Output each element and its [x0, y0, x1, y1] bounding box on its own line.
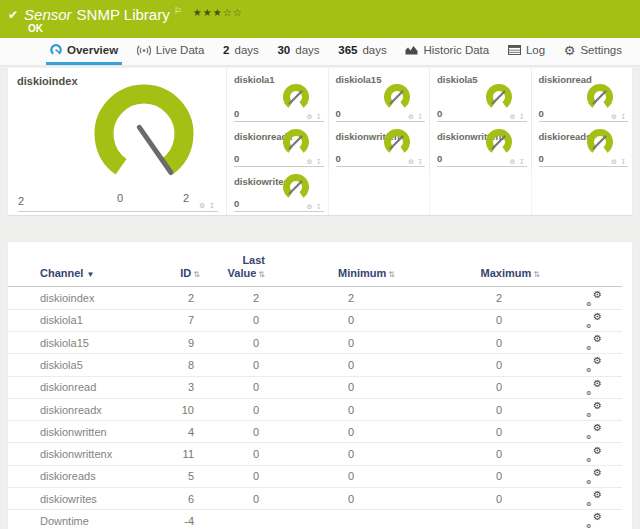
gear-icon: ⚙: [593, 378, 602, 389]
gauge-baseline: [336, 166, 426, 167]
column-header-last-value[interactable]: Last Value⇅: [200, 254, 265, 280]
edit-channel-button[interactable]: ⚙ ⚙: [586, 358, 602, 371]
sensor-header: ✔ Sensor SNMP Library ⚐ ★★★☆☆ OK: [0, 0, 640, 38]
gauge-title: diskiola5: [437, 74, 478, 85]
gauge-baseline: [539, 166, 629, 167]
empty-gauge-cell: [328, 170, 430, 215]
gauge-needle: [289, 182, 301, 194]
gauge-settings-icons[interactable]: ⚙ ↧: [611, 113, 627, 121]
channel-name: Downtime: [40, 515, 170, 527]
gear-icon: ⚙: [593, 445, 602, 456]
channel-id: 6: [170, 493, 200, 505]
tab-2-days[interactable]: 2 days: [219, 38, 263, 65]
table-row[interactable]: diskiowrites 6 0 0 0 ⚙ ⚙: [8, 488, 622, 510]
channel-minimum: 0: [265, 404, 360, 416]
channel-minimum: 0: [265, 493, 360, 505]
gauge-baseline: [234, 211, 324, 212]
gauge-current-value: 0: [336, 153, 341, 164]
mini-gauge-chart: [479, 84, 519, 114]
table-row[interactable]: diskionreadx 10 0 0 0 ⚙ ⚙: [8, 399, 622, 421]
edit-channel-button[interactable]: ⚙ ⚙: [586, 292, 602, 305]
edit-channel-button[interactable]: ⚙ ⚙: [586, 403, 602, 416]
channel-table-header: Channel▼ ID⇅ Last Value⇅ Minimum⇅ Maximu…: [8, 254, 622, 287]
channel-maximum: 0: [360, 493, 508, 505]
tab-settings[interactable]: ⚙ Settings: [560, 38, 626, 65]
channel-last-value: 2: [200, 292, 265, 304]
header-label: Maximum: [481, 267, 532, 279]
column-header-maximum[interactable]: Maximum⇅: [395, 267, 540, 280]
table-row[interactable]: diskionwritten 4 0 0 0 ⚙ ⚙: [8, 421, 622, 443]
table-row[interactable]: Downtime -4 ⚙ ⚙: [8, 510, 622, 529]
gauge-baseline: [437, 166, 527, 167]
mini-gauge-panel[interactable]: diskionwritten 0 ⚙ ↧: [328, 125, 430, 170]
column-header-id[interactable]: ID⇅: [170, 267, 200, 280]
tab-live-data[interactable]: Live Data: [133, 38, 209, 65]
mini-gauge-chart: [276, 84, 316, 114]
mini-gauge-panel[interactable]: diskionread 0 ⚙ ↧: [531, 68, 633, 125]
gauge-settings-icons[interactable]: ⚙ ↧: [306, 203, 322, 211]
table-row[interactable]: diskioreads 5 0 0 0 ⚙ ⚙: [8, 466, 622, 488]
gauge-current-value: 0: [336, 108, 341, 119]
gauge-needle: [391, 92, 403, 104]
empty-gauge-cell: [531, 170, 633, 215]
channel-minimum: 0: [265, 337, 360, 349]
mini-gauge-panel[interactable]: diskiola1 0 ⚙ ↧: [226, 68, 328, 125]
edit-channel-button[interactable]: ⚙ ⚙: [586, 470, 602, 483]
edit-channel-button[interactable]: ⚙ ⚙: [586, 336, 602, 349]
gauge-settings-icons[interactable]: ⚙ ↧: [306, 158, 322, 166]
channel-id: -4: [170, 515, 200, 527]
gauge-needle: [289, 137, 301, 149]
tab-historic-data[interactable]: Historic Data: [401, 38, 493, 65]
gauge-title: diskioindex: [17, 75, 78, 87]
tab-log[interactable]: Log: [504, 38, 549, 65]
tab-30-days[interactable]: 30 days: [273, 38, 323, 65]
channel-last-value: 0: [200, 314, 265, 326]
gauge-settings-icons[interactable]: ⚙ ↧: [509, 113, 525, 121]
gear-icon: ⚙: [593, 489, 602, 500]
gauge-settings-icons[interactable]: ⚙ ↧: [408, 113, 424, 121]
edit-channel-button[interactable]: ⚙ ⚙: [586, 314, 602, 327]
gauge-baseline: [234, 121, 324, 122]
mini-gauge-panel[interactable]: diskionwrittenx 0 ⚙ ↧: [429, 125, 531, 170]
gear-icon: ⚙: [593, 333, 602, 344]
gauge-current-value: 0: [539, 153, 544, 164]
column-header-channel[interactable]: Channel▼: [40, 267, 170, 280]
gauge-settings-icons[interactable]: ⚙ ↧: [611, 158, 627, 166]
gauge-settings-icons[interactable]: ⚙ ↧: [199, 202, 216, 210]
mini-gauge-chart: [377, 84, 417, 114]
gauge-panel-diskioindex[interactable]: diskioindex 0 2 2 ⚙ ↧: [8, 68, 226, 215]
table-row[interactable]: diskiola5 8 0 0 0 ⚙ ⚙: [8, 354, 622, 376]
mini-gauge-panel[interactable]: diskiola5 0 ⚙ ↧: [429, 68, 531, 125]
priority-stars[interactable]: ★★★☆☆: [193, 7, 243, 18]
tab-365-days[interactable]: 365 days: [334, 38, 390, 65]
mini-gauge-panel[interactable]: diskiowrites 0 ⚙ ↧: [226, 170, 328, 215]
gauge-settings-icons[interactable]: ⚙ ↧: [509, 158, 525, 166]
table-row[interactable]: diskionread 3 0 0 0 ⚙ ⚙: [8, 377, 622, 399]
mini-gauge-panel[interactable]: diskiola15 0 ⚙ ↧: [328, 68, 430, 125]
gauge-settings-icons[interactable]: ⚙ ↧: [408, 158, 424, 166]
mini-gauge-panel[interactable]: diskioreads 0 ⚙ ↧: [531, 125, 633, 170]
gear-icon: ⚙: [593, 311, 602, 322]
header-label: Channel: [40, 267, 83, 279]
gauge-needle: [594, 92, 606, 104]
gear-icon: ⚙: [586, 366, 591, 373]
tab-bar: Overview Live Data 2 days 30 days 365 da…: [0, 38, 640, 66]
table-row[interactable]: diskiola15 9 0 0 0 ⚙ ⚙: [8, 332, 622, 354]
gauge-settings-icons[interactable]: ⚙ ↧: [306, 113, 322, 121]
channel-last-value: 0: [200, 426, 265, 438]
table-row[interactable]: diskionwrittenx 11 0 0 0 ⚙ ⚙: [8, 443, 622, 465]
table-row[interactable]: diskiola1 7 0 0 0 ⚙ ⚙: [8, 310, 622, 332]
gear-icon: ⚙: [586, 478, 591, 485]
sort-active-icon: ▼: [86, 270, 94, 279]
edit-channel-button[interactable]: ⚙ ⚙: [586, 381, 602, 394]
edit-channel-button[interactable]: ⚙ ⚙: [586, 448, 602, 461]
edit-channel-button[interactable]: ⚙ ⚙: [586, 514, 602, 527]
channel-id: 4: [170, 426, 200, 438]
edit-channel-button[interactable]: ⚙ ⚙: [586, 492, 602, 505]
mini-gauge-panel[interactable]: diskionreadx 0 ⚙ ↧: [226, 125, 328, 170]
table-row[interactable]: diskioindex 2 2 2 2 ⚙ ⚙: [8, 287, 622, 309]
tab-overview[interactable]: Overview: [46, 38, 122, 65]
column-header-minimum[interactable]: Minimum⇅: [265, 267, 395, 280]
mini-gauge-chart: [276, 174, 316, 204]
edit-channel-button[interactable]: ⚙ ⚙: [586, 425, 602, 438]
